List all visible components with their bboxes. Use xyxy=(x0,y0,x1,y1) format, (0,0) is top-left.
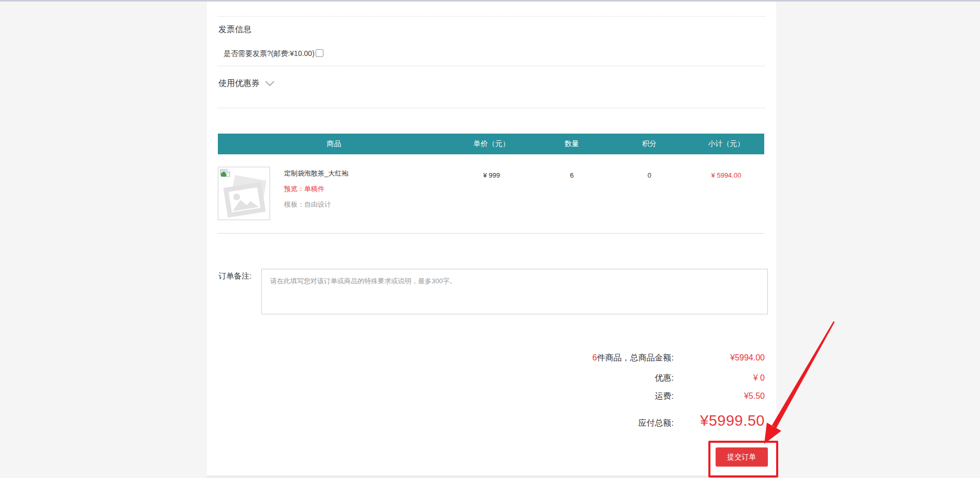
column-header-points: 积分 xyxy=(611,139,688,149)
product-name: 定制袋泡散茶_大红袍 xyxy=(284,169,348,178)
quantity-cell: 6 xyxy=(533,167,611,179)
invoice-question: 是否需要发票?(邮费:¥10.00) xyxy=(224,49,323,59)
template-label: 模板：自由设计 xyxy=(284,200,348,209)
summary-items-total-value: ¥5994.00 xyxy=(674,353,765,363)
grand-total-label: 应付总额: xyxy=(639,418,674,429)
table-row: 定制袋泡散茶_大红袍 预览：单稿件 模板：自由设计 ¥ 999 6 0 ¥ 59… xyxy=(218,167,764,220)
remark-textarea[interactable] xyxy=(261,269,768,314)
product-thumbnail xyxy=(218,167,270,220)
summary-items-total-label: 6件商品，总商品金额: xyxy=(592,353,674,364)
goods-info: 定制袋泡散茶_大红袍 预览：单稿件 模板：自由设计 xyxy=(284,167,348,220)
column-header-quantity: 数量 xyxy=(533,139,611,149)
column-header-goods: 商品 xyxy=(218,139,450,149)
remark-label: 订单备注: xyxy=(218,271,251,281)
invoice-question-label: 是否需要发票?(邮费:¥10.00) xyxy=(224,49,315,57)
coupon-toggle[interactable]: 使用优惠券 xyxy=(218,78,275,89)
summary-shipping-row: 运费: ¥5.50 xyxy=(655,391,765,402)
order-table-header: 商品 单价（元） 数量 积分 小计（元） xyxy=(218,134,764,154)
subtotal-cell: ¥ 5994.00 xyxy=(688,167,764,179)
checkout-panel: 发票信息 是否需要发票?(邮费:¥10.00) 使用优惠券 商品 单价（元） 数… xyxy=(207,2,776,475)
grand-total-value: ¥5999.50 xyxy=(674,412,765,429)
divider xyxy=(218,66,765,66)
unit-price-cell: ¥ 999 xyxy=(450,167,533,179)
summary-shipping-value: ¥5.50 xyxy=(674,392,765,401)
invoice-checkbox[interactable] xyxy=(316,49,323,57)
content-bottom-strip xyxy=(207,475,776,478)
summary-discount-row: 优惠: ¥ 0 xyxy=(655,373,765,384)
column-header-price: 单价（元） xyxy=(450,139,533,149)
points-cell: 0 xyxy=(611,167,688,179)
summary-discount-label: 优惠: xyxy=(655,373,674,384)
divider xyxy=(218,108,765,108)
item-count-suffix: 件商品，总商品金额: xyxy=(597,353,674,362)
summary-discount-value: ¥ 0 xyxy=(674,373,765,383)
goods-cell: 定制袋泡散茶_大红袍 预览：单稿件 模板：自由设计 xyxy=(218,167,450,220)
item-count: 6 xyxy=(592,353,597,362)
invoice-section-title: 发票信息 xyxy=(218,24,251,35)
chevron-down-icon xyxy=(265,81,275,86)
preview-link[interactable]: 预览：单稿件 xyxy=(284,184,348,194)
submit-order-button[interactable]: 提交订单 xyxy=(716,447,768,467)
divider xyxy=(218,16,765,17)
photo-placeholder-icon xyxy=(218,171,270,220)
summary-grand-total-row: 应付总额: ¥5999.50 xyxy=(639,412,765,429)
summary-shipping-label: 运费: xyxy=(655,391,674,402)
column-header-subtotal: 小计（元） xyxy=(688,139,764,149)
divider xyxy=(218,233,764,234)
coupon-toggle-label: 使用优惠券 xyxy=(218,79,260,88)
summary-items-total-row: 6件商品，总商品金额: ¥5994.00 xyxy=(592,353,765,364)
